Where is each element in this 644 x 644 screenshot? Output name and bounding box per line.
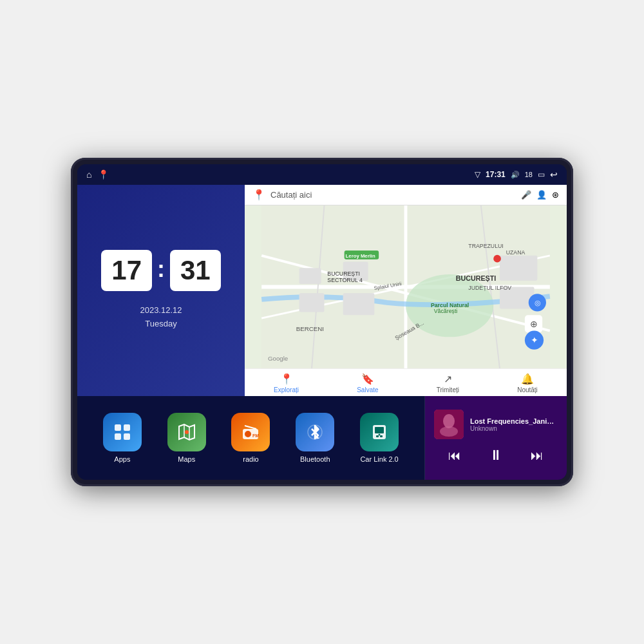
carlink-label: Car Link 2.0	[360, 455, 398, 463]
map-search-bar[interactable]: 📍 Căutați aici 🎤 👤 ⊛	[245, 185, 567, 205]
svg-text:SECTORUL 4: SECTORUL 4	[327, 277, 363, 283]
apps-icon-bg	[103, 413, 142, 451]
explore-icon: 📍	[280, 373, 293, 385]
maps-icon-bg	[167, 413, 206, 451]
svg-text:BUCUREȘTI: BUCUREȘTI	[456, 274, 496, 282]
svg-text:Văcărești: Văcărești	[434, 308, 458, 314]
music-player: Lost Frequencies_Janieck Devy-... Unknow…	[425, 396, 567, 480]
bottom-section: Apps Maps	[77, 396, 567, 480]
saved-label: Salvate	[357, 386, 378, 393]
carlink-icon-item[interactable]: Car Link 2.0	[360, 413, 399, 463]
svg-text:UZANA: UZANA	[506, 249, 526, 256]
svg-text:✦: ✦	[531, 336, 538, 345]
svg-line-45	[245, 426, 256, 429]
bluetooth-icon-bg	[296, 413, 334, 451]
music-text: Lost Frequencies_Janieck Devy-... Unknow…	[470, 417, 558, 432]
layers-icon[interactable]: ⊛	[552, 190, 559, 200]
svg-rect-52	[380, 435, 383, 437]
back-icon[interactable]: ↩	[550, 169, 558, 180]
svg-text:JUDEȚUL ILFOV: JUDEȚUL ILFOV	[468, 285, 511, 291]
home-icon[interactable]: ⌂	[86, 169, 91, 180]
svg-rect-57	[434, 410, 464, 439]
clock-minutes: 31	[180, 255, 211, 286]
clock-date-value: 2023.12.12	[140, 304, 182, 317]
prev-button[interactable]: ⏮	[443, 446, 466, 466]
status-right: ▽ 17:31 🔊 18 ▭ ↩	[475, 169, 558, 180]
svg-rect-12	[500, 256, 537, 281]
svg-rect-44	[245, 431, 251, 437]
map-nav-news[interactable]: 🔔 Noutăți	[517, 373, 538, 393]
time-display: 17:31	[486, 170, 506, 179]
music-artist: Unknown	[470, 425, 558, 432]
next-button[interactable]: ⏭	[526, 446, 549, 466]
clock-hours-block: 17	[101, 250, 152, 291]
maps-label: Maps	[178, 455, 195, 463]
svg-text:◎: ◎	[535, 299, 541, 307]
clock-hours: 17	[111, 255, 142, 286]
bluetooth-icon-item[interactable]: Bluetooth	[296, 413, 334, 463]
radio-icon-item[interactable]: FM radio	[231, 413, 270, 463]
clock-minutes-block: 31	[170, 250, 221, 291]
svg-text:BUCUREȘTI: BUCUREȘTI	[327, 270, 360, 277]
battery-level: 18	[525, 171, 533, 178]
clock-display: 17 : 31	[101, 250, 220, 291]
map-nav-explore[interactable]: 📍 Explorați	[274, 373, 299, 393]
play-pause-button[interactable]: ⏸	[484, 444, 508, 466]
car-display-unit: ⌂ 📍 ▽ 17:31 🔊 18 ▭ ↩	[71, 158, 573, 486]
map-search-placeholder[interactable]: Căutați aici	[270, 190, 516, 200]
svg-text:BERCENI: BERCENI	[296, 325, 324, 332]
svg-text:FM: FM	[252, 433, 259, 438]
svg-rect-36	[124, 424, 130, 431]
map-bottom-bar: 📍 Explorați 🔖 Salvate ↗ Trimiteți 🔔	[245, 368, 567, 396]
svg-rect-9	[343, 293, 375, 315]
svg-text:⊕: ⊕	[530, 319, 538, 329]
clock-separator: :	[157, 256, 165, 283]
radio-label: radio	[243, 455, 258, 463]
apps-label: Apps	[114, 455, 130, 463]
battery-icon: ▭	[538, 170, 545, 179]
saved-icon: 🔖	[361, 373, 374, 385]
maps-icon-item[interactable]: Maps	[167, 413, 206, 463]
main-content: 17 : 31 2023.12.12 Tuesday	[77, 185, 567, 480]
volume-icon[interactable]: 🔊	[511, 171, 520, 179]
apps-icon-item[interactable]: Apps	[103, 413, 142, 463]
music-info-row: Lost Frequencies_Janieck Devy-... Unknow…	[434, 410, 558, 439]
status-left: ⌂ 📍	[86, 169, 109, 180]
map-search-icons: 🎤 👤 ⊛	[521, 190, 559, 200]
map-widget[interactable]: 📍 Căutați aici 🎤 👤 ⊛	[245, 185, 567, 396]
svg-text:Parcul Natural: Parcul Natural	[431, 302, 469, 308]
mic-icon[interactable]: 🎤	[521, 190, 531, 200]
svg-point-27	[493, 255, 501, 263]
map-search-pin-icon: 📍	[252, 189, 265, 201]
bluetooth-label: Bluetooth	[300, 455, 330, 463]
music-title: Lost Frequencies_Janieck Devy-...	[470, 417, 558, 425]
carlink-icon-bg	[360, 413, 399, 451]
svg-point-42	[185, 430, 189, 434]
news-label: Noutăți	[517, 386, 538, 393]
map-nav-saved[interactable]: 🔖 Salvate	[357, 373, 378, 393]
svg-rect-10	[299, 268, 321, 283]
svg-rect-38	[124, 433, 130, 440]
maps-status-icon[interactable]: 📍	[98, 169, 109, 180]
album-art	[434, 410, 464, 439]
app-icons-area: Apps Maps	[77, 396, 424, 480]
news-icon: 🔔	[521, 373, 534, 385]
share-icon: ↗	[444, 373, 452, 385]
svg-rect-37	[115, 433, 121, 440]
map-body[interactable]: BUCUREȘTI JUDEȚUL ILFOV UZANA TRAPEZULUI…	[245, 205, 567, 368]
clock-widget: 17 : 31 2023.12.12 Tuesday	[77, 185, 245, 396]
map-nav-share[interactable]: ↗ Trimiteți	[437, 373, 459, 393]
svg-rect-35	[115, 424, 121, 431]
svg-rect-50	[375, 427, 384, 433]
signal-icon: ▽	[475, 170, 480, 179]
svg-text:Leroy Merlin: Leroy Merlin	[346, 253, 375, 259]
screen: ⌂ 📍 ▽ 17:31 🔊 18 ▭ ↩	[77, 164, 567, 480]
clock-day-value: Tuesday	[140, 317, 182, 331]
music-controls: ⏮ ⏸ ⏭	[434, 444, 558, 466]
svg-text:TRAPEZULUI: TRAPEZULUI	[468, 243, 503, 249]
svg-rect-11	[299, 293, 325, 312]
status-bar: ⌂ 📍 ▽ 17:31 🔊 18 ▭ ↩	[77, 164, 567, 185]
clock-date: 2023.12.12 Tuesday	[140, 304, 182, 331]
radio-icon-bg: FM	[231, 413, 270, 451]
account-icon[interactable]: 👤	[536, 190, 547, 200]
